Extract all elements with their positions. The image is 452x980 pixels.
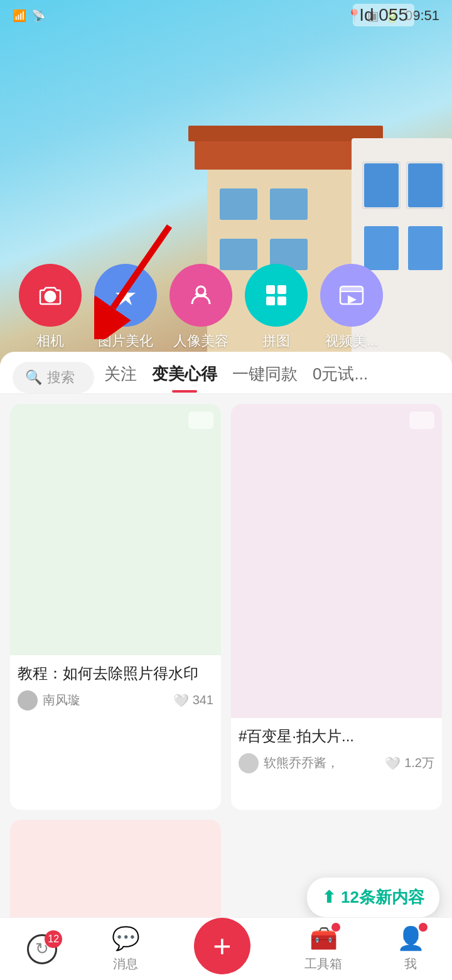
tools-row: 相机 图片美化 人像美容 拼图 bbox=[0, 264, 452, 351]
video-label: 视频美... bbox=[325, 332, 378, 351]
card-1-avatar bbox=[18, 690, 38, 710]
profile-icon-wrap: 👤 bbox=[397, 925, 425, 952]
card-1-likes: 🤍 341 bbox=[173, 693, 213, 708]
card-2-author: 软熊乔乔酱， bbox=[239, 753, 339, 773]
card-2-info: #百变星·拍大片... 软熊乔乔酱， 🤍 1.2万 bbox=[231, 718, 442, 781]
nav-refresh-icon-wrap: ↻ 12 bbox=[27, 934, 57, 964]
portrait-circle bbox=[170, 264, 232, 327]
tool-portrait[interactable]: 人像美容 bbox=[170, 264, 232, 351]
nav-profile[interactable]: 👤 我 bbox=[397, 925, 425, 972]
beautify-label: 图片美化 bbox=[98, 332, 153, 351]
tabs-container: 关注 变美心得 一键同款 0元试... bbox=[104, 363, 439, 393]
svg-rect-9 bbox=[408, 163, 443, 207]
svg-point-20 bbox=[196, 286, 205, 295]
card-3-image bbox=[10, 820, 221, 933]
nav-refresh[interactable]: ↻ 12 bbox=[27, 934, 57, 964]
toolbox-icon-wrap: 🧰 bbox=[309, 925, 338, 952]
signal-icon: 📶 bbox=[13, 9, 26, 23]
new-content-text: 12条新内容 bbox=[341, 886, 424, 908]
card-1-info: 教程：如何去除照片得水印 南风璇 🤍 341 bbox=[10, 655, 221, 718]
card-1[interactable]: 教程：如何去除照片得水印 南风璇 🤍 341 bbox=[10, 404, 221, 810]
heart-icon-1: 🤍 bbox=[173, 693, 189, 708]
nav-refresh-badge: 12 bbox=[45, 930, 62, 948]
card-1-badge bbox=[188, 411, 213, 429]
card-2[interactable]: #百变星·拍大片... 软熊乔乔酱， 🤍 1.2万 bbox=[231, 404, 442, 810]
messages-icon: 💬 bbox=[112, 925, 140, 952]
svg-marker-28 bbox=[348, 295, 357, 304]
portrait-label: 人像美容 bbox=[173, 332, 229, 351]
svg-rect-24 bbox=[277, 297, 286, 305]
status-left: 📶 📡 bbox=[13, 9, 45, 23]
svg-rect-8 bbox=[364, 163, 399, 207]
card-2-author-name: 软熊乔乔酱， bbox=[264, 754, 339, 771]
toolbox-dot bbox=[331, 923, 340, 932]
status-bar: 📶 📡 Id 055 📍 ▣ 🔋 09:51 bbox=[0, 0, 452, 31]
bottom-nav: ↻ 12 💬 消息 + 🧰 工具箱 👤 我 bbox=[0, 917, 452, 980]
svg-rect-23 bbox=[266, 297, 275, 305]
card-1-author: 南风璇 bbox=[18, 690, 80, 710]
card-2-image-placeholder bbox=[231, 404, 442, 718]
profile-dot bbox=[419, 923, 428, 932]
card-1-title: 教程：如何去除照片得水印 bbox=[18, 663, 213, 684]
nav-messages[interactable]: 💬 消息 bbox=[112, 925, 140, 972]
svg-rect-4 bbox=[270, 188, 308, 220]
toolbox-label: 工具箱 bbox=[304, 956, 342, 972]
card-2-likes-count: 1.2万 bbox=[404, 754, 434, 771]
svg-rect-26 bbox=[340, 286, 363, 291]
id-label: Id 055 bbox=[353, 4, 414, 26]
tab-free[interactable]: 0元试... bbox=[313, 363, 368, 393]
search-placeholder: 搜索 bbox=[47, 368, 75, 387]
card-3-image-placeholder bbox=[10, 820, 221, 933]
tool-camera[interactable]: 相机 bbox=[19, 264, 82, 351]
card-2-likes: 🤍 1.2万 bbox=[385, 754, 434, 771]
search-tabs-bar: 🔍 搜索 关注 变美心得 一键同款 0元试... bbox=[0, 352, 452, 394]
profile-label: 我 bbox=[404, 956, 417, 972]
card-1-image bbox=[10, 404, 221, 655]
nav-plus[interactable]: + bbox=[194, 918, 250, 981]
new-content-arrow-icon: ⬆ bbox=[322, 888, 336, 907]
svg-rect-21 bbox=[266, 285, 275, 294]
wifi-icon: 📡 bbox=[31, 9, 45, 23]
video-circle bbox=[320, 264, 383, 327]
nav-toolbox[interactable]: 🧰 工具箱 bbox=[304, 925, 342, 972]
search-box[interactable]: 🔍 搜索 bbox=[13, 362, 94, 393]
svg-rect-22 bbox=[277, 285, 286, 294]
card-2-image bbox=[231, 404, 442, 718]
tool-video[interactable]: 视频美... bbox=[320, 264, 383, 351]
card-1-image-placeholder bbox=[10, 404, 221, 655]
card-1-likes-count: 341 bbox=[193, 693, 213, 707]
card-2-title: #百变星·拍大片... bbox=[239, 726, 434, 747]
svg-marker-19 bbox=[116, 285, 136, 305]
tab-beauty-tips[interactable]: 变美心得 bbox=[152, 363, 217, 393]
tab-one-click[interactable]: 一键同款 bbox=[232, 363, 298, 393]
tool-collage[interactable]: 拼图 bbox=[245, 264, 308, 351]
heart-icon-2: 🤍 bbox=[385, 756, 401, 771]
collage-circle bbox=[245, 264, 308, 327]
tab-follow[interactable]: 关注 bbox=[104, 363, 137, 393]
camera-circle bbox=[19, 264, 82, 327]
messages-label: 消息 bbox=[113, 956, 138, 972]
card-2-badge bbox=[409, 411, 434, 429]
collage-label: 拼图 bbox=[262, 332, 290, 351]
beautify-circle bbox=[94, 264, 157, 327]
svg-rect-3 bbox=[220, 188, 257, 220]
search-icon: 🔍 bbox=[25, 369, 42, 386]
camera-label: 相机 bbox=[36, 332, 64, 351]
plus-button[interactable]: + bbox=[194, 918, 250, 974]
card-2-avatar bbox=[239, 753, 259, 773]
new-content-banner[interactable]: ⬆ 12条新内容 bbox=[307, 878, 439, 917]
plus-icon: + bbox=[213, 930, 231, 962]
tool-beautify[interactable]: 图片美化 bbox=[94, 264, 157, 351]
card-1-author-name: 南风璇 bbox=[43, 692, 80, 709]
card-1-footer: 南风璇 🤍 341 bbox=[18, 690, 213, 710]
card-2-footer: 软熊乔乔酱， 🤍 1.2万 bbox=[239, 753, 434, 773]
